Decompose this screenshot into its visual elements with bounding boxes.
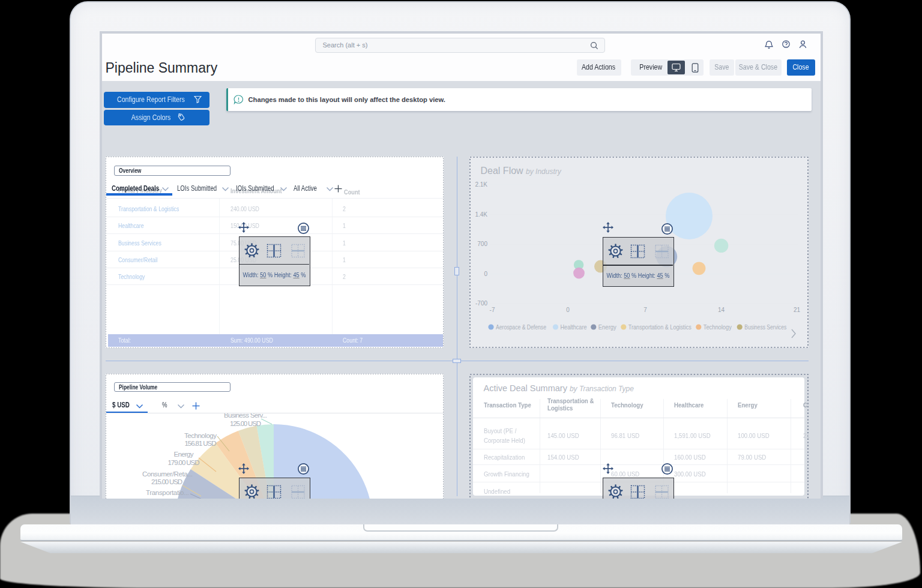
svg-text:7: 7	[643, 307, 647, 313]
svg-text:179.00 USD: 179.00 USD	[167, 459, 199, 466]
svg-text:Business Serv...: Business Serv...	[224, 413, 267, 419]
svg-text:-700: -700	[475, 299, 487, 306]
svg-text:Healthcare: Healthcare	[560, 323, 586, 331]
svg-text:156.81 USD: 156.81 USD	[184, 440, 216, 447]
svg-text:1.4K: 1.4K	[475, 211, 487, 217]
svg-text:-7: -7	[489, 307, 495, 313]
svg-text:125.00 USD: 125.00 USD	[230, 419, 261, 427]
svg-text:700: 700	[477, 241, 487, 247]
svg-text:Consumer/Reta...: Consumer/Reta...	[142, 470, 193, 478]
svg-text:Technology: Technology	[703, 323, 732, 331]
svg-text:0: 0	[484, 270, 487, 277]
svg-text:Aerospace & Defense: Aerospace & Defense	[496, 323, 546, 331]
svg-text:2.1K: 2.1K	[475, 181, 487, 188]
svg-text:21: 21	[793, 307, 800, 313]
svg-text:Energy: Energy	[598, 323, 616, 331]
svg-text:Energy: Energy	[173, 451, 193, 458]
svg-text:215.00 USD: 215.00 USD	[151, 478, 182, 485]
svg-text:0: 0	[566, 307, 570, 313]
svg-text:Transportation & Logistics: Transportation & Logistics	[628, 323, 691, 331]
svg-text:14: 14	[717, 307, 725, 313]
svg-text:Technology: Technology	[184, 431, 217, 439]
svg-text:Business Services: Business Services	[744, 323, 786, 331]
svg-text:Transportatio...: Transportatio...	[146, 489, 189, 496]
